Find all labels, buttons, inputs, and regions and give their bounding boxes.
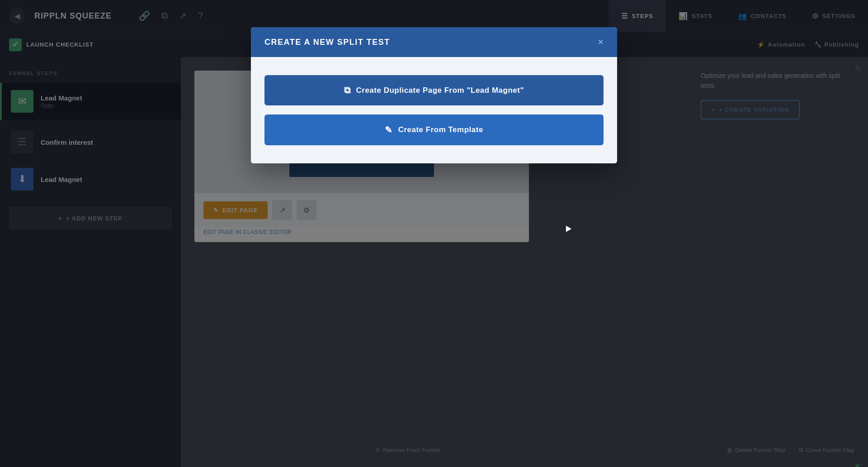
modal-overlay[interactable]: CREATE A NEW SPLIT TEST × ⧉ Create Dupli…: [0, 0, 868, 467]
duplicate-page-label: Create Duplicate Page From "Lead Magnet": [356, 86, 524, 95]
modal-close-button[interactable]: ×: [598, 37, 604, 47]
template-icon: ✎: [385, 124, 393, 135]
create-from-template-button[interactable]: ✎ Create From Template: [264, 114, 604, 145]
modal-title: CREATE A NEW SPLIT TEST: [264, 38, 390, 47]
modal-header: CREATE A NEW SPLIT TEST ×: [251, 27, 617, 57]
modal-body: ⧉ Create Duplicate Page From "Lead Magne…: [251, 57, 617, 163]
split-test-modal: CREATE A NEW SPLIT TEST × ⧉ Create Dupli…: [251, 27, 617, 163]
create-from-template-label: Create From Template: [398, 125, 483, 134]
duplicate-icon: ⧉: [344, 85, 351, 95]
duplicate-page-button[interactable]: ⧉ Create Duplicate Page From "Lead Magne…: [264, 75, 604, 105]
